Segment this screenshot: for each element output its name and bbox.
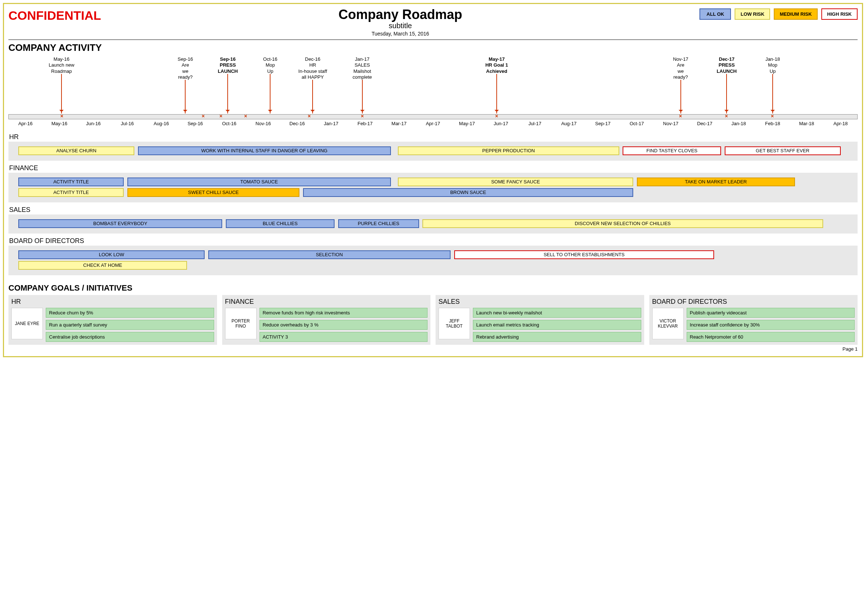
month-tick: Jun-17 xyxy=(484,121,518,126)
goal-dept-title: FINANCE xyxy=(225,298,428,306)
goal-item: Reach Netpromoter of 60 xyxy=(687,332,855,342)
goal-column: SALESJEFF TALBOTLaunch new bi-weekly mai… xyxy=(435,295,644,345)
goal-item: Remove funds from high risk investments xyxy=(259,308,428,318)
page-frame: CONFIDENTIAL Company Roadmap subtitle Tu… xyxy=(3,3,863,357)
month-tick: Jun-16 xyxy=(77,121,110,126)
lane-row: ACTIVITY TITLETOMATO SAUCESOME FANCY SAU… xyxy=(11,178,855,187)
month-tick: Jan-18 xyxy=(722,121,756,126)
lane-title: FINANCE xyxy=(9,164,858,172)
month-tick: Oct-17 xyxy=(620,121,654,126)
milestone-marker-icon: × xyxy=(495,113,498,119)
milestone: Jan-18MopUp xyxy=(751,57,795,74)
month-tick: Jan-17 xyxy=(314,121,348,126)
lane: ACTIVITY TITLETOMATO SAUCESOME FANCY SAU… xyxy=(8,173,858,203)
goal-item: Launch new bi-weekly mailshot xyxy=(473,308,641,318)
legend-high-risk: HIGH RISK xyxy=(821,8,858,20)
milestone: Sep-16PRESSLAUNCH xyxy=(206,57,250,74)
milestone-marker-icon: × xyxy=(725,113,728,119)
section-activity-title: COMPANY ACTIVITY xyxy=(8,42,858,53)
lane-row: ACTIVITY TITLESWEET CHILLI SAUCEBROWN SA… xyxy=(11,188,855,198)
month-tick: Aug-17 xyxy=(552,121,586,126)
activity-bar: WORK WITH INTERNAL STAFF IN DANGER OF LE… xyxy=(138,146,391,155)
activity-bar: LOOK LOW xyxy=(18,250,204,259)
goal-item: Reduce churn by 5% xyxy=(46,308,214,318)
month-tick: May-17 xyxy=(450,121,484,126)
divider xyxy=(8,39,858,40)
activity-bar: SELL TO OTHER ESTABLISHMENTS xyxy=(454,250,714,259)
lane: LOOK LOWSELECTIONSELL TO OTHER ESTABLISH… xyxy=(8,245,858,275)
activity-bar: PURPLE CHILLIES xyxy=(338,219,419,228)
lane-row: LOOK LOWSELECTIONSELL TO OTHER ESTABLISH… xyxy=(11,250,855,260)
timeline-bar: ×××××××××× xyxy=(8,114,858,119)
goal-item: Run a quarterly staff survey xyxy=(46,320,214,330)
month-tick: Sep-17 xyxy=(586,121,620,126)
page-number: Page 1 xyxy=(8,346,858,352)
month-tick: Feb-17 xyxy=(348,121,382,126)
month-tick: Jul-17 xyxy=(518,121,552,126)
milestone-marker-icon: × xyxy=(679,113,682,119)
milestone: Nov-17Areweready? xyxy=(659,57,703,80)
milestone: Oct-16MopUp xyxy=(248,57,292,74)
timeline: May-16Launch newRoadmapSep-16Areweready?… xyxy=(8,57,858,130)
activity-bar: TAKE ON MARKET LEADER xyxy=(637,178,795,186)
month-tick: Nov-17 xyxy=(654,121,688,126)
page-date: Tuesday, March 15, 2016 xyxy=(101,31,699,36)
milestone: Jan-17SALESMailshotcomplete xyxy=(340,57,384,80)
goal-owner: JANE EYRE xyxy=(11,308,43,339)
goal-item: Publish quarterly videocast xyxy=(687,308,855,318)
month-tick: Dec-16 xyxy=(280,121,314,126)
goal-item: Increase staff confidence by 30% xyxy=(687,320,855,330)
month-tick: Feb-18 xyxy=(756,121,790,126)
activity-bar: ANALYSE CHURN xyxy=(18,146,134,155)
activity-bar: SELECTION xyxy=(208,250,451,259)
milestone-marker-icon: × xyxy=(244,113,247,119)
goal-item: Centralise job descriptions xyxy=(46,332,214,342)
lane-row: ANALYSE CHURNWORK WITH INTERNAL STAFF IN… xyxy=(11,146,855,156)
confidential-label: CONFIDENTIAL xyxy=(8,8,101,23)
activity-bar: PEPPER PRODUCTION xyxy=(398,146,619,155)
legend-low-risk: LOW RISK xyxy=(735,8,770,20)
activity-bar: ACTIVITY TITLE xyxy=(18,178,124,186)
goal-item: Reduce overheads by 3 % xyxy=(259,320,428,330)
swimlanes: HRANALYSE CHURNWORK WITH INTERNAL STAFF … xyxy=(8,133,858,275)
legend-medium-risk: MEDIUM RISK xyxy=(774,8,817,20)
milestone: Dec-17PRESSLAUNCH xyxy=(704,57,748,74)
activity-bar: SWEET CHILLI SAUCE xyxy=(127,188,299,197)
lane-row: BOMBAST EVERYBODYBLUE CHILLIESPURPLE CHI… xyxy=(11,219,855,229)
milestone: Sep-16Areweready? xyxy=(163,57,207,80)
goal-list: Remove funds from high risk investmentsR… xyxy=(259,308,428,342)
milestone: May-17HR Goal 1Achieved xyxy=(475,57,519,74)
goal-owner: PORTER FINO xyxy=(225,308,256,339)
month-tick: Mar-18 xyxy=(789,121,824,126)
month-tick: Apr-16 xyxy=(8,121,42,126)
milestone-marker-icon: × xyxy=(361,113,364,119)
timeline-ticks: Apr-16May-16Jun-16Jul-16Aug-16Sep-16Oct-… xyxy=(8,121,858,126)
lane-title: HR xyxy=(9,133,858,141)
goal-list: Publish quarterly videocastIncrease staf… xyxy=(687,308,855,342)
goal-dept-title: SALES xyxy=(439,298,641,306)
month-tick: Nov-16 xyxy=(246,121,280,126)
month-tick: Oct-16 xyxy=(212,121,246,126)
activity-bar: ACTIVITY TITLE xyxy=(18,188,124,197)
section-goals-title: COMPANY GOALS / INITIATIVES xyxy=(8,283,858,293)
goal-list: Reduce churn by 5%Run a quarterly staff … xyxy=(46,308,214,342)
goal-dept-title: BOARD OF DIRECTORS xyxy=(652,298,855,306)
activity-bar: GET BEST STAFF EVER xyxy=(725,146,841,155)
lane-title: BOARD OF DIRECTORS xyxy=(9,237,858,245)
page-subtitle: subtitle xyxy=(101,22,699,30)
goal-item: Rebrand advertising xyxy=(473,332,641,342)
month-tick: Mar-17 xyxy=(382,121,416,126)
month-tick: Apr-18 xyxy=(824,121,858,126)
milestone-marker-icon: × xyxy=(308,113,311,119)
lane-title: SALES xyxy=(9,206,858,214)
title-block: Company Roadmap subtitle Tuesday, March … xyxy=(101,7,699,36)
lane-row: CHECK AT HOME xyxy=(11,261,855,270)
legend-all-ok: ALL OK xyxy=(699,8,731,20)
goal-item: ACTIVITY 3 xyxy=(259,332,428,342)
milestone: May-16Launch newRoadmap xyxy=(39,57,83,74)
milestone-marker-icon: × xyxy=(202,113,204,119)
month-tick: Sep-16 xyxy=(178,121,212,126)
lane: BOMBAST EVERYBODYBLUE CHILLIESPURPLE CHI… xyxy=(8,214,858,234)
milestone-marker-icon: × xyxy=(771,113,774,119)
month-tick: Aug-16 xyxy=(144,121,178,126)
